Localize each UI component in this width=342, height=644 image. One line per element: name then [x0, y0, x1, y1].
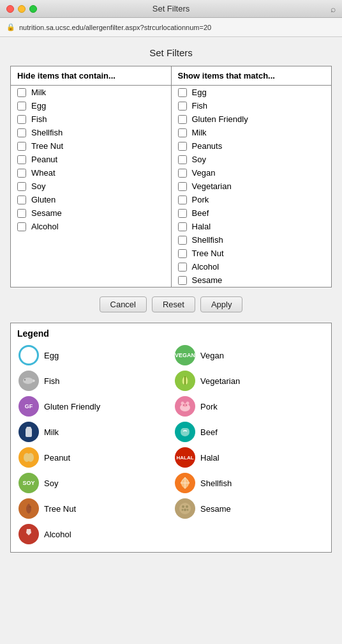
apply-button[interactable]: Apply [200, 296, 243, 312]
minimize-button[interactable] [18, 5, 26, 13]
hide-gluten-checkbox[interactable] [17, 195, 26, 204]
svg-point-8 [183, 404, 184, 406]
alcohol-label: Alcohol [44, 530, 71, 539]
show-alcohol-checkbox[interactable] [178, 263, 187, 272]
svg-point-1 [23, 378, 33, 384]
show-soy-checkbox[interactable] [178, 155, 187, 164]
show-fish-checkbox[interactable] [178, 102, 187, 111]
list-item: Tree Nut [11, 139, 171, 153]
soy-icon: SOY [19, 473, 39, 493]
legend-item-sesame: Sesame [171, 496, 327, 521]
soy-label: Soy [44, 479, 58, 488]
list-item: Shellfish [11, 126, 171, 139]
close-button[interactable] [6, 5, 14, 13]
urlbar: 🔒 nutrition.sa.ucsc.edu/allergenfilter.a… [0, 18, 342, 37]
vegetarian-label: Vegetarian [200, 376, 240, 386]
svg-point-11 [186, 402, 190, 405]
list-item: Peanut [11, 153, 171, 166]
legend-right-col: VEGAN Vegan Vegetarian Pork [171, 342, 327, 547]
show-halal-checkbox[interactable] [178, 222, 187, 231]
show-sesame-checkbox[interactable] [178, 276, 187, 285]
legend-item-milk: Milk [15, 419, 171, 445]
cancel-button[interactable]: Cancel [100, 296, 147, 312]
list-item: Halal [172, 220, 332, 233]
legend-title: Legend [11, 323, 331, 342]
halal-icon: HALAL [175, 447, 195, 468]
url-display: nutrition.sa.ucsc.edu/allergenfilter.asp… [19, 24, 336, 31]
svg-point-14 [186, 505, 188, 508]
reset-button[interactable]: Reset [152, 296, 195, 312]
legend-item-beef: Beef [171, 419, 327, 445]
legend-item-empty [171, 521, 327, 526]
pork-icon [175, 396, 195, 417]
legend-grid: Egg Fish GF Gluten Friendly [11, 342, 331, 552]
list-item: Tree Nut [172, 247, 332, 260]
shellfish-icon [175, 473, 195, 493]
legend-item-fish: Fish [15, 368, 171, 394]
hide-fish-checkbox[interactable] [17, 115, 26, 124]
list-item: Wheat [11, 166, 171, 180]
vegan-label: Vegan [200, 351, 224, 360]
hide-peanut-checkbox[interactable] [17, 155, 26, 164]
pork-label: Pork [200, 402, 218, 411]
filter-table: Hide items that contain... Show items th… [10, 66, 332, 288]
show-pork-checkbox[interactable] [178, 195, 187, 204]
peanut-label: Peanut [44, 453, 70, 463]
hide-treenut-checkbox[interactable] [17, 142, 26, 151]
show-column: Egg Fish Gluten Friendly Milk Peanuts So… [171, 86, 332, 288]
svg-point-2 [24, 379, 26, 381]
egg-icon [19, 345, 39, 365]
list-item: Vegan [172, 166, 332, 180]
show-treenut-checkbox[interactable] [178, 249, 187, 258]
search-icon[interactable]: ⌕ [331, 4, 336, 14]
hide-soy-checkbox[interactable] [17, 182, 26, 191]
svg-rect-5 [27, 456, 30, 459]
list-item: Fish [11, 112, 171, 126]
shellfish-label: Shellfish [200, 479, 232, 488]
legend-item-halal: HALAL Halal [171, 445, 327, 470]
legend-item-peanut: Peanut [15, 445, 171, 470]
list-item: Vegetarian [172, 180, 332, 193]
svg-point-17 [187, 509, 189, 511]
legend-item-egg: Egg [15, 342, 171, 368]
maximize-button[interactable] [29, 5, 37, 13]
list-item: Milk [172, 126, 332, 139]
page-title: Set Filters [10, 47, 332, 58]
hide-egg-checkbox[interactable] [17, 102, 26, 111]
show-peanuts-checkbox[interactable] [178, 142, 187, 151]
hide-alcohol-checkbox[interactable] [17, 222, 26, 231]
show-vegetarian-checkbox[interactable] [178, 182, 187, 191]
list-item: Milk [11, 86, 171, 99]
list-item: Gluten Friendly [172, 112, 332, 126]
show-shellfish-checkbox[interactable] [178, 236, 187, 245]
show-vegan-checkbox[interactable] [178, 169, 187, 178]
legend-item-vegetarian: Vegetarian [171, 368, 327, 394]
list-item: Soy [172, 153, 332, 166]
fish-icon [19, 371, 39, 391]
list-item: Sesame [172, 273, 332, 287]
treenut-label: Tree Nut [44, 504, 76, 514]
list-item: Egg [11, 99, 171, 112]
hide-column: Milk Egg Fish Shellfish Tree Nut Peanut … [11, 86, 172, 288]
sesame-icon [175, 498, 195, 519]
svg-point-9 [186, 404, 187, 406]
hide-shellfish-checkbox[interactable] [17, 128, 26, 137]
show-milk-checkbox[interactable] [178, 128, 187, 137]
hide-milk-checkbox[interactable] [17, 88, 26, 97]
list-item: Peanuts [172, 139, 332, 153]
show-egg-checkbox[interactable] [178, 88, 187, 97]
svg-point-0 [26, 352, 32, 360]
legend-item-gf: GF Gluten Friendly [15, 394, 171, 419]
list-item: Beef [172, 206, 332, 220]
gf-icon: GF [19, 396, 39, 417]
show-beef-checkbox[interactable] [178, 209, 187, 218]
hide-wheat-checkbox[interactable] [17, 169, 26, 178]
hide-sesame-checkbox[interactable] [17, 209, 26, 218]
milk-icon [19, 422, 39, 442]
legend-item-vegan: VEGAN Vegan [171, 342, 327, 368]
peanut-icon [19, 447, 39, 468]
show-glutenfriendly-checkbox[interactable] [178, 115, 187, 124]
milk-label: Milk [44, 427, 59, 437]
legend-item-pork: Pork [171, 394, 327, 419]
beef-icon [175, 422, 195, 442]
